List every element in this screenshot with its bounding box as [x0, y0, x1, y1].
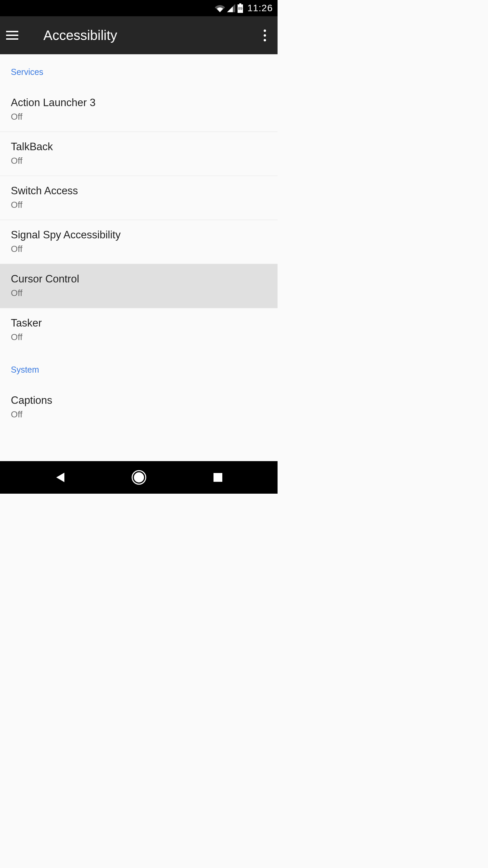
svg-point-3	[134, 472, 144, 482]
back-button[interactable]	[40, 467, 80, 488]
list-item-switch-access[interactable]: Switch Access Off	[0, 176, 278, 220]
item-status: Off	[11, 156, 267, 166]
item-status: Off	[11, 288, 267, 298]
item-title: Signal Spy Accessibility	[11, 229, 267, 241]
menu-icon[interactable]	[6, 28, 20, 42]
item-status: Off	[11, 332, 267, 342]
battery-icon: 89	[237, 3, 243, 13]
list-item-cursor-control[interactable]: Cursor Control Off	[0, 264, 278, 308]
item-title: Switch Access	[11, 185, 267, 197]
item-status: Off	[11, 112, 267, 122]
svg-rect-0	[239, 3, 241, 4]
recents-button[interactable]	[198, 467, 238, 488]
item-status: Off	[11, 200, 267, 210]
list-item-signal-spy[interactable]: Signal Spy Accessibility Off	[0, 220, 278, 264]
page-title: Accessibility	[43, 28, 258, 43]
svg-rect-4	[214, 473, 222, 482]
item-status: Off	[11, 244, 267, 254]
item-status: Off	[11, 409, 267, 420]
item-title: Action Launcher 3	[11, 97, 267, 109]
overflow-menu-icon[interactable]	[258, 28, 271, 42]
app-bar: Accessibility	[0, 16, 278, 54]
wifi-icon	[215, 4, 225, 12]
item-title: Captions	[11, 394, 267, 407]
item-title: Tasker	[11, 317, 267, 329]
list-item-tasker[interactable]: Tasker Off	[0, 308, 278, 352]
list-item-talkback[interactable]: TalkBack Off	[0, 132, 278, 176]
list-item-captions[interactable]: Captions Off	[0, 386, 278, 429]
section-header-services: Services	[0, 54, 278, 88]
section-header-system: System	[0, 352, 278, 386]
battery-level: 89	[238, 6, 242, 11]
content-area: Services Action Launcher 3 Off TalkBack …	[0, 54, 278, 461]
list-item-action-launcher[interactable]: Action Launcher 3 Off	[0, 88, 278, 132]
status-clock: 11:26	[247, 3, 273, 14]
home-button[interactable]	[119, 467, 159, 488]
cell-signal-icon	[227, 4, 235, 12]
status-bar: 89 11:26	[0, 0, 278, 16]
item-title: Cursor Control	[11, 273, 267, 285]
item-title: TalkBack	[11, 141, 267, 153]
navigation-bar	[0, 461, 278, 494]
